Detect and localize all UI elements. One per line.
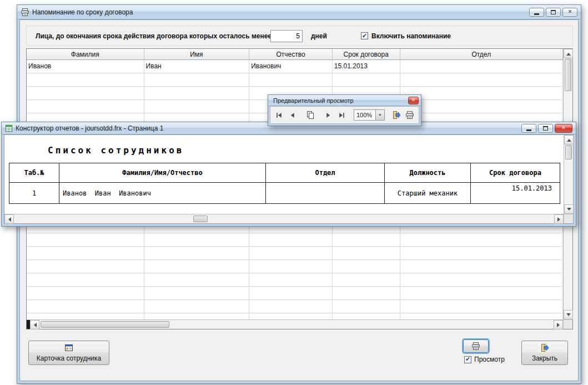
copy-pages-button[interactable] bbox=[304, 109, 316, 121]
report-data-row: 1 Иванов Иван Иванович Старший механик 1… bbox=[9, 183, 560, 204]
preview-toolbar-titlebar[interactable]: Предварительный просмотр ✕ bbox=[268, 95, 421, 106]
next-page-button[interactable] bbox=[323, 109, 334, 121]
maximize-icon bbox=[543, 126, 548, 131]
grid-cell bbox=[144, 300, 250, 313]
scroll-thumb[interactable] bbox=[193, 216, 208, 222]
employee-card-button[interactable]: Карточка сотрудника bbox=[28, 341, 109, 365]
grid-cell bbox=[144, 313, 250, 319]
grid-row-employee[interactable]: Иванов Иван Иванович 15.01.2013 bbox=[27, 60, 563, 73]
enable-reminder-checkbox[interactable]: ✔ bbox=[361, 32, 368, 39]
grid-cell bbox=[144, 287, 250, 299]
printer-icon bbox=[405, 111, 414, 119]
window-controls: ✕ bbox=[529, 8, 577, 17]
report-close-button[interactable]: ✕ bbox=[555, 124, 572, 133]
grid-cell bbox=[400, 233, 563, 246]
zoom-dropdown-button[interactable]: ▼ bbox=[375, 110, 384, 120]
printer-icon bbox=[471, 342, 480, 351]
print-report-button[interactable] bbox=[404, 109, 416, 121]
report-header-row: Таб.№ Фамилия/Имя/Отчество Отдел Должнос… bbox=[9, 163, 560, 183]
preview-checkbox[interactable]: ✔ bbox=[464, 356, 471, 363]
grid-row-empty[interactable] bbox=[27, 273, 563, 287]
grid-cell bbox=[400, 287, 563, 299]
window-controls: ✕ bbox=[521, 124, 572, 133]
first-page-button[interactable] bbox=[273, 109, 285, 121]
grid-row-empty[interactable] bbox=[27, 300, 563, 313]
scroll-left-button[interactable] bbox=[30, 320, 39, 329]
grid-header-patronymic[interactable]: Отчество bbox=[249, 49, 333, 59]
maximize-button[interactable] bbox=[546, 8, 561, 17]
grid-cell bbox=[333, 73, 400, 86]
preview-toolbar-close-button[interactable]: ✕ bbox=[408, 97, 419, 104]
days-input[interactable] bbox=[270, 30, 303, 42]
scroll-down-button[interactable] bbox=[564, 310, 573, 319]
scrollbar-corner bbox=[563, 319, 572, 329]
down-arrow-icon bbox=[566, 313, 571, 318]
employee-card-icon bbox=[64, 343, 73, 352]
preview-toolbar-window: Предварительный просмотр ✕ 100% ▼ bbox=[268, 94, 421, 126]
grid-row-empty[interactable] bbox=[27, 233, 563, 247]
grid-row-empty[interactable] bbox=[27, 73, 563, 87]
close-form-button[interactable]: Закрыть bbox=[521, 341, 568, 365]
pages-icon bbox=[306, 111, 315, 119]
reminder-window-titlebar[interactable]: Напоминание по сроку договора ✕ bbox=[17, 5, 581, 19]
grid-header-first-name[interactable]: Имя bbox=[144, 49, 250, 59]
grid-row-empty[interactable] bbox=[27, 260, 563, 273]
days-suffix-label: дней bbox=[311, 32, 327, 40]
report-page: Список сотрудников Таб.№ Фамилия/Имя/Отч… bbox=[4, 135, 564, 214]
grid-cell-department bbox=[400, 60, 563, 73]
zoom-combobox[interactable]: 100% ▼ bbox=[354, 109, 385, 121]
right-arrow-icon bbox=[557, 217, 562, 222]
last-page-button[interactable] bbox=[336, 109, 348, 121]
print-button[interactable] bbox=[463, 339, 489, 353]
grid-cell bbox=[249, 273, 333, 286]
scroll-up-button[interactable] bbox=[564, 49, 573, 58]
scroll-thumb[interactable] bbox=[565, 59, 571, 91]
grid-cell bbox=[400, 260, 563, 273]
scroll-thumb[interactable] bbox=[41, 321, 169, 328]
left-arrow-icon bbox=[6, 217, 11, 222]
scroll-right-button[interactable] bbox=[554, 320, 563, 329]
preview-checkbox-label: Просмотр bbox=[474, 356, 505, 363]
grid-cell bbox=[400, 100, 563, 113]
enable-reminder-label: Включить напоминание bbox=[371, 32, 451, 40]
scroll-left-button[interactable] bbox=[4, 214, 14, 224]
maximize-icon bbox=[551, 10, 556, 14]
report-maximize-button[interactable] bbox=[538, 124, 553, 133]
close-button[interactable]: ✕ bbox=[562, 8, 577, 17]
grid-cell-patronymic: Иванович bbox=[249, 60, 333, 73]
scroll-right-button[interactable] bbox=[554, 214, 564, 224]
zoom-value: 100% bbox=[354, 112, 375, 118]
scroll-down-button[interactable] bbox=[564, 204, 574, 214]
grid-row-empty[interactable] bbox=[27, 287, 563, 300]
reminder-window-title: Напоминание по сроку договора bbox=[32, 8, 529, 16]
right-arrow-icon bbox=[557, 323, 562, 327]
grid-header-surname[interactable]: Фамилия bbox=[27, 49, 144, 59]
up-arrow-icon bbox=[566, 51, 571, 56]
grid-cell bbox=[27, 260, 144, 273]
down-arrow-icon bbox=[567, 208, 571, 213]
grid-horizontal-scrollbar[interactable] bbox=[27, 319, 563, 329]
grid-row-empty[interactable] bbox=[27, 247, 563, 260]
preview-check-group: ✔ Просмотр bbox=[464, 356, 505, 363]
grid-cell bbox=[144, 73, 250, 86]
preview-toolbar-buttons: 100% ▼ bbox=[270, 106, 419, 124]
up-arrow-icon bbox=[567, 137, 571, 142]
scrollbar-corner bbox=[564, 214, 573, 223]
grid-cell-contract-date: 15.01.2013 bbox=[333, 60, 400, 73]
report-minimize-button[interactable] bbox=[521, 124, 536, 133]
grid-header-contract-date[interactable]: Срок договора bbox=[333, 49, 400, 59]
previous-page-button[interactable] bbox=[287, 109, 298, 121]
employee-card-label: Карточка сотрудника bbox=[37, 354, 101, 362]
grid-row-empty[interactable] bbox=[27, 313, 563, 319]
close-icon: ✕ bbox=[411, 98, 416, 103]
grid-header-department[interactable]: Отдел bbox=[400, 49, 563, 59]
previous-page-icon bbox=[289, 112, 296, 119]
exit-preview-button[interactable] bbox=[391, 109, 403, 121]
report-horizontal-scrollbar[interactable] bbox=[4, 214, 564, 223]
report-vertical-scrollbar[interactable] bbox=[564, 135, 573, 214]
minimize-icon bbox=[534, 13, 539, 15]
minimize-button[interactable] bbox=[529, 8, 544, 17]
check-icon: ✔ bbox=[362, 33, 367, 39]
scroll-thumb[interactable] bbox=[565, 145, 572, 159]
scroll-up-button[interactable] bbox=[564, 135, 574, 144]
